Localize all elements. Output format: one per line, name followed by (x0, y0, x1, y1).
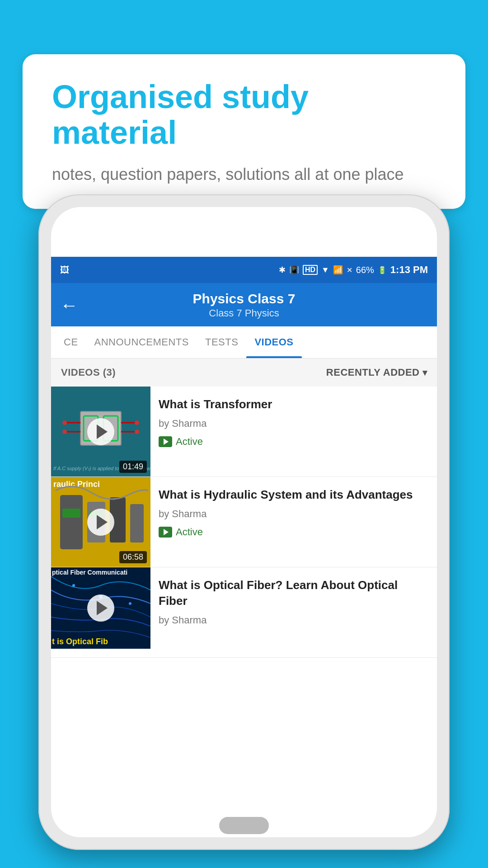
list-item[interactable]: ptical Fiber Communicati t is Optical Fi… (51, 567, 437, 658)
status-right-info: ✱ 📳 HD ▼ 📶 ✕ 66% 🔋 1:13 (279, 264, 428, 276)
phone-screen: 🖼 ✱ 📳 HD ▼ 📶 ✕ (51, 257, 437, 801)
status-bar: 🖼 ✱ 📳 HD ▼ 📶 ✕ (51, 257, 437, 283)
sort-button[interactable]: RECENTLY ADDED ▾ (326, 367, 427, 378)
video-thumbnail-fiber: ptical Fiber Communicati t is Optical Fi… (51, 567, 150, 649)
video-author: by Sharma (159, 614, 429, 626)
chevron-down-icon: ▾ (422, 367, 427, 378)
video-duration: 01:49 (119, 461, 147, 473)
play-button[interactable] (87, 509, 114, 536)
top-nav: ← Physics Class 7 Class 7 Physics (51, 283, 437, 326)
video-info: What is Transformer by Sharma Active (150, 387, 437, 476)
status-time: 1:13 PM (390, 264, 428, 276)
svg-rect-19 (62, 509, 80, 518)
svg-point-9 (62, 429, 67, 434)
speech-bubble: Organised study material notes, question… (23, 54, 465, 209)
list-item[interactable]: If A.C supply (V₁) is applied to the pri… (51, 387, 437, 477)
chat-icon (159, 527, 172, 538)
video-author: by Sharma (159, 508, 429, 520)
svg-rect-18 (130, 504, 144, 542)
back-button[interactable]: ← (60, 296, 78, 314)
tab-bar: CE ANNOUNCEMENTS TESTS VIDEOS (51, 326, 437, 359)
speech-bubble-subtitle: notes, question papers, solutions all at… (52, 163, 436, 186)
active-badge: Active (159, 526, 429, 538)
video-thumbnail-hydraulic: raulic Princi (51, 477, 150, 567)
svg-point-24 (129, 602, 131, 605)
videos-header: VIDEOS (3) RECENTLY ADDED ▾ (51, 359, 437, 387)
phone-mockup: 🖼 ✱ 📳 HD ▼ 📶 ✕ (38, 194, 450, 850)
svg-text:t is Optical Fib: t is Optical Fib (52, 637, 108, 646)
svg-text:ptical Fiber Communicati: ptical Fiber Communicati (52, 569, 127, 576)
chat-icon (159, 436, 172, 447)
video-title: What is Transformer (159, 396, 429, 412)
video-info: What is Hydraulic System and its Advanta… (150, 477, 437, 567)
video-author: by Sharma (159, 418, 429, 429)
speech-bubble-title: Organised study material (52, 79, 436, 151)
svg-point-22 (72, 584, 75, 587)
svg-rect-15 (60, 495, 83, 549)
status-left-icons: 🖼 (60, 265, 69, 275)
nav-main-title: Physics Class 7 (87, 291, 401, 307)
video-list: If A.C supply (V₁) is applied to the pri… (51, 387, 437, 658)
home-button[interactable] (219, 817, 269, 834)
play-button[interactable] (87, 594, 114, 622)
tab-videos[interactable]: VIDEOS (246, 326, 301, 358)
svg-point-10 (135, 420, 139, 425)
video-duration: 06:58 (119, 551, 147, 563)
video-info: What is Optical Fiber? Learn About Optic… (150, 567, 437, 657)
active-badge: Active (159, 436, 429, 448)
video-thumbnail-transformer: If A.C supply (V₁) is applied to the pri… (51, 387, 150, 476)
tab-tests[interactable]: TESTS (197, 326, 246, 358)
videos-count: VIDEOS (3) (61, 367, 116, 378)
play-button[interactable] (87, 418, 114, 445)
list-item[interactable]: raulic Princi (51, 477, 437, 567)
tab-ce[interactable]: CE (56, 326, 86, 358)
nav-titles: Physics Class 7 Class 7 Physics (87, 291, 401, 319)
svg-point-8 (62, 420, 67, 425)
video-title: What is Hydraulic System and its Advanta… (159, 487, 429, 503)
nav-sub-title: Class 7 Physics (87, 307, 401, 319)
video-title: What is Optical Fiber? Learn About Optic… (159, 577, 429, 609)
tab-announcements[interactable]: ANNOUNCEMENTS (86, 326, 197, 358)
battery-percent: 66% (356, 265, 374, 275)
svg-point-11 (135, 429, 139, 434)
